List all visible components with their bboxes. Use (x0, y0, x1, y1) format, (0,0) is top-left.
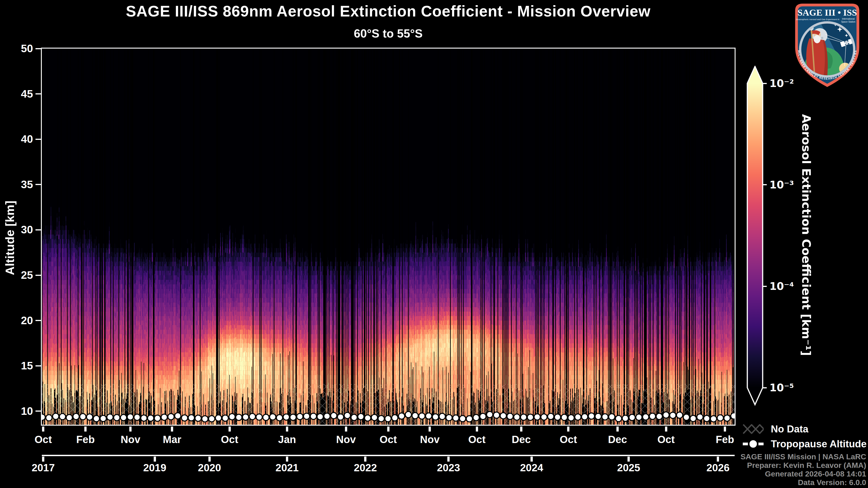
chart-title: SAGE III/ISS 869nm Aerosol Extinction Co… (42, 2, 735, 20)
y-axis-tick (35, 320, 41, 321)
y-axis-tick-label: 25 (6, 268, 33, 282)
y-axis-tick-label: 10 (6, 404, 33, 418)
credit-line-version: Data Version: 6.0.0 (741, 478, 866, 487)
year-tick-label: 2024 (514, 462, 550, 474)
colorbar-gradient (747, 84, 763, 388)
y-axis-tick (35, 411, 41, 412)
year-tick (209, 457, 211, 462)
month-tick (84, 427, 87, 431)
month-tick-label: Oct (370, 433, 406, 446)
colorbar-under-arrow (747, 388, 763, 404)
y-axis-tick (35, 229, 41, 230)
year-tick (154, 457, 156, 462)
year-tick-label: 2025 (611, 462, 647, 474)
legend: No Data Tropopause Altitude (742, 422, 868, 452)
month-tick-label: Oct (550, 433, 586, 446)
y-axis-tick-label: 20 (6, 314, 33, 327)
colorbar-tick (762, 387, 767, 388)
month-tick (171, 427, 173, 431)
y-axis-tick (35, 365, 41, 366)
year-tick-label: 2023 (430, 462, 467, 474)
mission-logo-patch: SAGE III • ISS Stratospheric Aerosol and… (788, 2, 866, 89)
year-axis: 201720192020202120222023202420252026 (42, 455, 735, 480)
month-tick (228, 427, 231, 431)
legend-tropopause: Tropopause Altitude (742, 437, 868, 451)
y-axis-tick (35, 184, 41, 185)
month-tick (429, 427, 431, 431)
colorbar-over-arrow (747, 66, 763, 84)
y-axis-tick-label: 50 (6, 42, 33, 55)
year-tick-label: 2019 (137, 462, 173, 474)
month-tick (476, 427, 478, 431)
month-tick-label: Oct (25, 433, 61, 446)
tropopause-line-icon (742, 437, 765, 450)
year-tick (42, 457, 44, 462)
chart-subtitle: 60°S to 55°S (42, 27, 735, 40)
month-tick (387, 427, 390, 431)
month-tick-label: Nov (412, 433, 448, 446)
credit-line-preparer: Preparer: Kevin R. Leavor (AMA) (741, 461, 866, 469)
year-tick (364, 457, 366, 462)
logo-subtitle-right-2: Space Station (841, 21, 855, 23)
colorbar-tick (762, 184, 767, 185)
y-axis-tick (35, 93, 41, 94)
year-tick (717, 457, 719, 462)
month-tick-label: Nov (328, 433, 364, 446)
y-axis-tick-label: 40 (6, 132, 33, 146)
month-tick (129, 427, 131, 431)
y-axis-tick (35, 48, 41, 49)
year-tick (447, 457, 450, 462)
heatmap-plot (42, 48, 735, 425)
month-tick-label: Oct (648, 433, 684, 446)
logo-subtitle-left: Stratospheric Aerosol and Gas Experiment… (796, 18, 839, 21)
logo-title: SAGE III • ISS (798, 7, 857, 18)
no-data-hatch-icon (742, 423, 765, 435)
year-tick-label: 2020 (191, 462, 228, 474)
no-data-label: No Data (771, 423, 808, 435)
credit-line-mission: SAGE III/ISS Mission | NASA LaRC (741, 452, 866, 461)
credit-line-generated: Generated 2026-04-08 14:01 (741, 469, 866, 478)
month-tick (345, 427, 347, 431)
month-tick-label: Feb (707, 433, 743, 446)
month-tick-label: Feb (67, 433, 103, 446)
legend-no-data: No Data (742, 422, 868, 436)
month-tick-label: Oct (212, 433, 248, 446)
year-axis-line (42, 455, 735, 456)
y-axis-tick (35, 139, 41, 140)
year-tick-label: 2022 (347, 462, 383, 474)
year-tick (286, 457, 288, 462)
tropopause-label: Tropopause Altitude (771, 438, 867, 450)
month-tick (286, 427, 288, 431)
year-tick-label: 2026 (700, 462, 736, 474)
y-axis-tick-label: 35 (6, 178, 33, 191)
month-tick-label: Jan (269, 433, 305, 446)
month-tick-label: Dec (599, 433, 636, 446)
month-tick-label: Oct (459, 433, 495, 446)
year-tick (627, 457, 630, 462)
credits-block: SAGE III/ISS Mission | NASA LaRC Prepare… (741, 452, 866, 487)
colorbar-title: Aerosol Extinction Coefficient [km⁻¹] (798, 84, 814, 386)
year-tick (530, 457, 533, 462)
colorbar-tick (762, 83, 767, 84)
month-tick (724, 427, 726, 431)
figure-root: SAGE III/ISS 869nm Aerosol Extinction Co… (0, 0, 868, 488)
y-axis-tick-label: 45 (6, 87, 33, 101)
y-axis-tick-label: 30 (6, 223, 33, 236)
month-tick (567, 427, 569, 431)
y-axis-tick-label: 15 (6, 359, 33, 372)
colorbar-tick (762, 286, 767, 287)
y-axis-ticks: 101520253035404550 (0, 48, 42, 425)
month-tick-label: Mar (154, 433, 190, 446)
month-tick (520, 427, 522, 431)
colorbar (746, 66, 764, 407)
month-tick (42, 427, 44, 431)
month-tick (616, 427, 619, 431)
logo-moon-crater (821, 37, 823, 39)
logo-subtitle-right-1: International (842, 18, 855, 20)
y-axis-tick (35, 275, 41, 276)
month-tick (665, 427, 667, 431)
month-tick-label: Nov (112, 433, 149, 446)
year-tick-label: 2017 (25, 462, 61, 474)
month-tick-label: Dec (503, 433, 539, 446)
year-tick-label: 2021 (269, 462, 305, 474)
